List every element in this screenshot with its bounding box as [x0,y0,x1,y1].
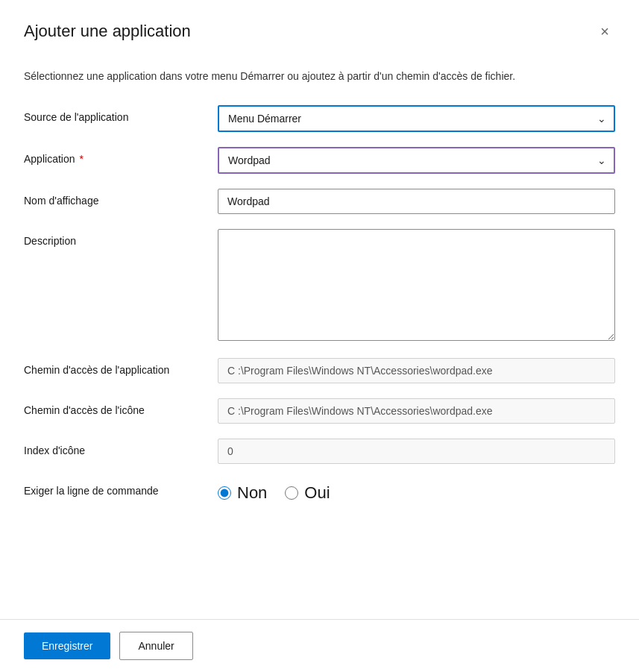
chemin-app-label: Chemin d'accès de l'application [24,358,218,376]
application-control-wrap: Wordpad ⌄ [218,147,615,174]
chemin-icone-control-wrap [218,398,615,424]
radio-non-option[interactable]: Non [218,483,267,503]
source-label: Source de l'application [24,105,218,123]
dialog: Ajouter une application × Sélectionnez u… [0,0,639,672]
radio-non-label: Non [237,483,267,503]
index-icone-control-wrap [218,439,615,464]
source-control-wrap: Menu Démarrer Chemin d'accès de fichier … [218,105,615,132]
nom-affichage-control-wrap [218,189,615,214]
exiger-ligne-control-wrap: Non Oui [218,479,615,503]
application-label: Application * [24,147,218,165]
exiger-ligne-row: Exiger la ligne de commande Non Oui [24,479,615,503]
chemin-icone-input [218,398,615,424]
radio-oui-option[interactable]: Oui [285,483,330,503]
description-label: Description [24,229,218,247]
dialog-body: Sélectionnez une application dans votre … [0,54,639,619]
radio-oui-input[interactable] [285,486,298,500]
radio-oui-label: Oui [304,483,330,503]
source-select[interactable]: Menu Démarrer Chemin d'accès de fichier [218,105,615,132]
application-row: Application * Wordpad ⌄ [24,147,615,174]
description-control-wrap [218,229,615,343]
description-text: Sélectionnez une application dans votre … [24,69,615,84]
chemin-icone-label: Chemin d'accès de l'icône [24,398,218,416]
dialog-header: Ajouter une application × [0,0,639,54]
chemin-app-row: Chemin d'accès de l'application [24,358,615,383]
nom-affichage-label: Nom d'affichage [24,189,218,207]
required-star: * [79,153,83,165]
nom-affichage-input[interactable] [218,189,615,214]
cancel-button[interactable]: Annuler [119,632,192,660]
save-button[interactable]: Enregistrer [24,632,110,659]
source-row: Source de l'application Menu Démarrer Ch… [24,105,615,132]
application-select-wrapper: Wordpad ⌄ [218,147,615,174]
chemin-app-input [218,358,615,383]
application-select[interactable]: Wordpad [218,147,615,174]
source-select-wrapper: Menu Démarrer Chemin d'accès de fichier … [218,105,615,132]
nom-affichage-row: Nom d'affichage [24,189,615,214]
description-row: Description [24,229,615,343]
chemin-app-control-wrap [218,358,615,383]
description-textarea[interactable] [218,229,615,341]
exiger-ligne-label: Exiger la ligne de commande [24,479,218,497]
close-button[interactable]: × [594,21,615,42]
chemin-icone-row: Chemin d'accès de l'icône [24,398,615,424]
dialog-footer: Enregistrer Annuler [0,619,639,672]
dialog-title: Ajouter une application [24,22,191,41]
index-icone-label: Index d'icône [24,439,218,456]
index-icone-input [218,439,615,464]
index-icone-row: Index d'icône [24,439,615,464]
radio-non-input[interactable] [218,486,231,500]
radio-group: Non Oui [218,479,615,503]
